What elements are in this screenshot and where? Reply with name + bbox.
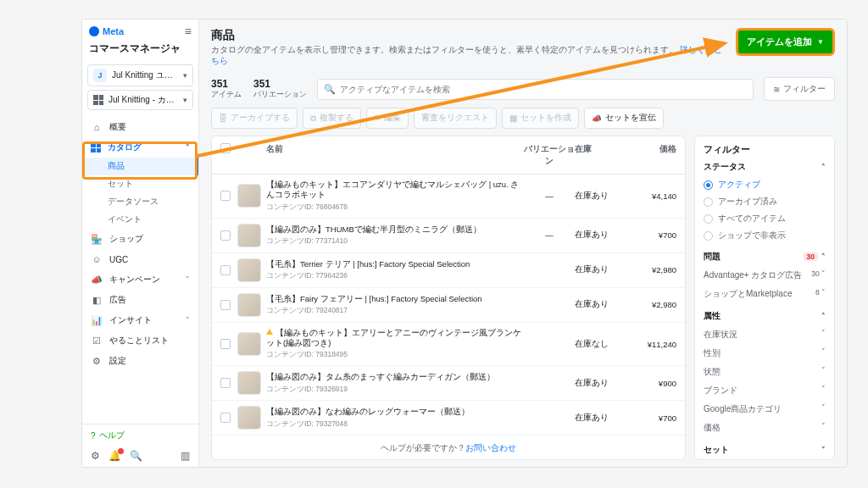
status-active[interactable]: アクティブ	[704, 176, 826, 193]
archive-button[interactable]: 🗄アーカイブする	[211, 108, 298, 129]
nav-settings[interactable]: ⚙設定	[82, 351, 198, 371]
bell-icon[interactable]: 🔔	[108, 450, 121, 462]
chart-icon: 📊	[91, 314, 103, 326]
row-checkbox[interactable]	[220, 339, 231, 349]
warning-icon	[266, 329, 273, 335]
status-hidden[interactable]: ショップで非表示	[704, 227, 826, 244]
product-stock: 在庫あり	[575, 230, 626, 241]
product-price: ¥2,980	[626, 265, 676, 274]
col-variation[interactable]: バリエーション	[524, 143, 575, 167]
page-title: 商品	[211, 28, 726, 43]
attr-stock[interactable]: 在庫状況˅	[704, 325, 826, 344]
attr-google[interactable]: Google商品カテゴリ˅	[704, 400, 826, 419]
nav-shop[interactable]: 🏪ショップ	[82, 229, 198, 249]
col-stock[interactable]: 在庫	[575, 143, 626, 167]
product-variation: —	[524, 191, 575, 201]
hamburger-icon[interactable]: ≡	[185, 25, 192, 38]
nav-catalog-events[interactable]: イベント	[82, 211, 198, 229]
product-thumbnail	[237, 371, 261, 395]
catalog-selector[interactable]: Jul Knitting - カタログ (904... ▾	[87, 90, 193, 110]
nav-campaign[interactable]: 📣キャンペーン˅	[82, 269, 198, 290]
table-row[interactable]: 【編み図のみ】タム糸のまっすぐ編みカーディガン（郵送）コンテンツID: 7932…	[212, 366, 685, 401]
nav-insight[interactable]: 📊インサイト˅	[82, 310, 198, 330]
chevron-down-icon: ▾	[183, 96, 187, 104]
product-title: 【編みものキット】エアリーとアニーのヴィンテージ風ブランケット(編み図つき)	[266, 328, 524, 349]
product-stock: 在庫あり	[575, 191, 626, 202]
chevron-up-icon[interactable]: ˄	[821, 252, 826, 261]
nav-overview[interactable]: ⌂概要	[82, 117, 198, 137]
checklist-icon: ☑	[91, 335, 103, 347]
gear-icon[interactable]: ⚙	[91, 450, 100, 462]
table-row[interactable]: 【編みものキット】エコアンダリヤで編むマルシェバッグ | uzu. さんコラボキ…	[212, 175, 685, 219]
row-checkbox[interactable]	[220, 230, 231, 241]
search-icon: 🔍	[324, 84, 336, 95]
status-all[interactable]: すべてのアイテム	[704, 210, 826, 227]
help-link[interactable]: ?ヘルプ	[82, 424, 198, 446]
row-checkbox[interactable]	[220, 378, 231, 388]
row-checkbox[interactable]	[220, 191, 231, 201]
request-review-button[interactable]: 審査をリクエスト	[414, 108, 497, 129]
table-row[interactable]: 【毛糸】Fairy フェアリー | [hus:] Factory Special…	[212, 288, 685, 323]
attr-brand[interactable]: ブランド˅	[704, 381, 826, 400]
search-input[interactable]	[317, 79, 754, 100]
layout-icon[interactable]: ▥	[181, 450, 190, 462]
chevron-up-icon[interactable]: ˄	[821, 312, 826, 320]
issue-marketplace[interactable]: ショップとMarketplace8 ˅	[704, 285, 826, 303]
radio-icon	[704, 180, 713, 190]
megaphone-icon: 📣	[592, 114, 602, 123]
issue-advantage[interactable]: Advantage+ カタログ広告30 ˅	[704, 266, 826, 285]
table-row[interactable]: 【編みものキット】エアリーとアニーのヴィンテージ風ブランケット(編み図つき)コン…	[212, 323, 685, 367]
select-all-checkbox[interactable]	[220, 143, 231, 153]
megaphone-icon: 📣	[91, 274, 103, 286]
attr-price[interactable]: 価格˅	[704, 419, 826, 437]
table-row[interactable]: 【編み図のみ】THUMBで編む半月型のミニラグ（郵送）コンテンツID: 7737…	[212, 219, 685, 253]
nav-catalog-sets[interactable]: セット	[82, 175, 198, 193]
product-variation: —	[524, 230, 575, 240]
product-id: コンテンツID: 76804678	[266, 202, 524, 213]
product-id: コンテンツID: 79318495	[266, 350, 524, 360]
chevron-down-icon: ˅	[186, 316, 190, 324]
product-stock: 在庫あり	[575, 299, 626, 310]
table-row[interactable]: 【毛糸】Terrier テリア | [hus:] Factory Special…	[212, 253, 685, 288]
nav-ugc[interactable]: ☺UGC	[82, 249, 198, 269]
edit-button[interactable]: ✎編集	[366, 108, 409, 129]
duplicate-button[interactable]: ⧉複製する	[303, 108, 361, 129]
product-price: ¥4,140	[626, 191, 676, 201]
product-thumbnail	[237, 224, 261, 247]
product-title: 【編み図のみ】なわ編みのレッグウォーマー（郵送）	[266, 407, 524, 417]
product-thumbnail	[237, 184, 261, 208]
search-icon[interactable]: 🔍	[130, 450, 142, 462]
pencil-icon: ✎	[374, 114, 381, 123]
col-price[interactable]: 価格	[626, 143, 676, 167]
product-thumbnail	[237, 332, 261, 356]
nav-catalog-items[interactable]: 商品	[82, 158, 198, 175]
meta-logo: Meta	[89, 26, 124, 36]
chevron-up-icon[interactable]: ˄	[821, 163, 826, 171]
row-checkbox[interactable]	[220, 265, 231, 275]
row-checkbox[interactable]	[220, 413, 231, 423]
radio-icon	[704, 214, 713, 224]
status-archived[interactable]: アーカイブ済み	[704, 193, 826, 210]
product-stock: 在庫あり	[575, 413, 626, 424]
create-set-button[interactable]: ▦セットを作成	[502, 108, 579, 129]
nav-catalog[interactable]: カタログ ˄	[82, 137, 198, 158]
nav-todo[interactable]: ☑やることリスト	[82, 330, 198, 351]
nav-catalog-datasource[interactable]: データソース	[82, 193, 198, 211]
row-checkbox[interactable]	[220, 300, 231, 310]
col-name[interactable]: 名前	[266, 143, 524, 167]
account-selector[interactable]: J Jul Knitting ユール ニッ... ▾	[87, 64, 193, 86]
nav-ads[interactable]: ◧広告	[82, 290, 198, 310]
add-item-button[interactable]: アイテムを追加▼	[736, 28, 835, 56]
home-icon: ⌂	[91, 121, 103, 133]
table-row[interactable]: 【編み図のみ】なわ編みのレッグウォーマー（郵送）コンテンツID: 7932704…	[212, 401, 685, 435]
grid-icon	[91, 142, 101, 152]
filter-button[interactable]: ≋フィルター	[764, 77, 835, 101]
contact-link[interactable]: お問い合わせ	[465, 443, 516, 452]
chevron-down-icon[interactable]: ˅	[821, 446, 826, 454]
attr-gender[interactable]: 性別˅	[704, 344, 826, 363]
attr-state[interactable]: 状態˅	[704, 363, 826, 381]
items-table: 名前 バリエーション 在庫 価格 【編みものキット】エコアンダリヤで編むマルシェ…	[211, 136, 686, 460]
product-thumbnail	[237, 258, 261, 282]
promote-set-button[interactable]: 📣セットを宣伝	[584, 108, 664, 129]
product-id: コンテンツID: 77964236	[266, 271, 524, 281]
